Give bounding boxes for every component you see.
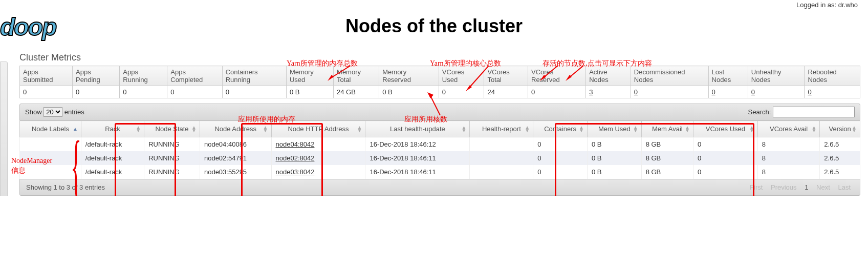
metrics-header: VCores Reserved xyxy=(528,66,586,86)
entries-select[interactable]: 20 xyxy=(44,107,62,117)
page-title: Nodes of the cluster xyxy=(0,15,868,37)
table-cell: /default-rack xyxy=(81,137,144,152)
table-cell: /default-rack xyxy=(81,151,144,165)
column-header[interactable]: Version▲▼ xyxy=(820,121,860,137)
table-cell: node04:8042 xyxy=(271,137,365,152)
nodes-table: Node Labels▲Rack▲▼Node State▲▼Node Addre… xyxy=(19,120,860,179)
metrics-link[interactable]: 0 xyxy=(712,88,715,96)
table-cell: node04:40086 xyxy=(200,137,271,152)
table-cell xyxy=(470,165,533,179)
table-controls: Show 20 entries Search: xyxy=(19,104,860,120)
metrics-value: 0 xyxy=(20,86,73,98)
metrics-header: Apps Submitted xyxy=(20,66,73,86)
metrics-value: 3 xyxy=(586,86,631,98)
metrics-value: 0 B xyxy=(379,86,439,98)
metrics-header: Unhealthy Nodes xyxy=(748,66,805,86)
table-footer: Showing 1 to 3 of 3 entries First Previo… xyxy=(19,179,860,196)
table-cell: 0 xyxy=(533,137,588,152)
column-header[interactable]: Mem Avail▲▼ xyxy=(641,121,693,137)
column-header[interactable]: Node Labels▲ xyxy=(20,121,81,137)
login-info: Logged in as: dr.who xyxy=(796,1,858,9)
table-row: /default-rackRUNNINGnode02:54791node02:8… xyxy=(20,151,860,165)
page-last[interactable]: Last xyxy=(838,183,851,191)
metrics-value: 0 xyxy=(439,86,484,98)
table-cell: node03:8042 xyxy=(271,165,365,179)
metrics-link[interactable]: 0 xyxy=(808,88,811,96)
node-http-link[interactable]: node02:8042 xyxy=(276,154,315,162)
metrics-value: 0 xyxy=(631,86,708,98)
metrics-link[interactable]: 0 xyxy=(634,88,638,96)
metrics-value: 0 xyxy=(528,86,586,98)
metrics-header: Rebooted Nodes xyxy=(805,66,860,86)
table-cell: 16-Dec-2018 18:46:11 xyxy=(365,165,470,179)
metrics-header: Memory Total xyxy=(334,66,379,86)
metrics-header: Apps Completed xyxy=(167,66,222,86)
metrics-value: 0 xyxy=(708,86,748,98)
metrics-link[interactable]: 0 xyxy=(751,88,755,96)
metrics-value: 24 GB xyxy=(334,86,379,98)
page-prev[interactable]: Previous xyxy=(771,183,797,191)
table-cell: 0 B xyxy=(587,137,641,152)
column-header[interactable]: Rack▲▼ xyxy=(81,121,144,137)
table-info: Showing 1 to 3 of 3 entries xyxy=(26,183,105,191)
table-cell xyxy=(20,137,81,152)
metrics-header: Active Nodes xyxy=(586,66,631,86)
table-cell: 16-Dec-2018 18:46:12 xyxy=(365,137,470,152)
table-cell: 8 GB xyxy=(641,165,693,179)
table-cell: 0 xyxy=(693,165,758,179)
metrics-header: VCores Total xyxy=(484,66,528,86)
table-cell xyxy=(470,151,533,165)
page-first[interactable]: First xyxy=(750,183,763,191)
column-header[interactable]: Node HTTP Address▲▼ xyxy=(271,121,365,137)
metrics-value: 0 xyxy=(167,86,222,98)
metrics-header: Memory Reserved xyxy=(379,66,439,86)
pagination: First Previous 1 Next Last xyxy=(747,183,854,191)
table-cell: 16-Dec-2018 18:46:11 xyxy=(365,151,470,165)
table-row: /default-rackRUNNINGnode03:55295node03:8… xyxy=(20,165,860,179)
metrics-header: Lost Nodes xyxy=(708,66,748,86)
table-cell: node03:55295 xyxy=(200,165,271,179)
cluster-metrics-heading: Cluster Metrics xyxy=(19,52,860,63)
search-input[interactable] xyxy=(773,107,855,117)
page-1[interactable]: 1 xyxy=(805,183,808,191)
metrics-value: 0 xyxy=(805,86,860,98)
table-cell: 8 xyxy=(757,137,819,152)
table-cell: 0 xyxy=(533,151,588,165)
cluster-metrics-table: Apps SubmittedApps PendingApps RunningAp… xyxy=(19,66,860,98)
column-header[interactable]: Containers▲▼ xyxy=(533,121,588,137)
table-row: /default-rackRUNNINGnode04:40086node04:8… xyxy=(20,137,860,152)
column-header[interactable]: VCores Used▲▼ xyxy=(693,121,758,137)
node-http-link[interactable]: node03:8042 xyxy=(276,168,315,176)
column-header[interactable]: Health-report▲▼ xyxy=(470,121,533,137)
column-header[interactable]: VCores Avail▲▼ xyxy=(757,121,819,137)
metrics-value: 0 xyxy=(120,86,167,98)
column-header[interactable]: Node State▲▼ xyxy=(144,121,200,137)
column-header[interactable]: Last health-update▲▼ xyxy=(365,121,470,137)
table-cell: RUNNING xyxy=(144,137,200,152)
table-cell xyxy=(470,137,533,152)
show-label: Show xyxy=(25,108,42,116)
metrics-value: 24 xyxy=(484,86,528,98)
metrics-header: Apps Running xyxy=(120,66,167,86)
table-cell: 0 B xyxy=(587,165,641,179)
node-http-link[interactable]: node04:8042 xyxy=(276,140,315,148)
table-cell xyxy=(20,151,81,165)
sidebar-collapsed[interactable] xyxy=(0,61,8,196)
table-cell: RUNNING xyxy=(144,151,200,165)
page-next[interactable]: Next xyxy=(816,183,830,191)
table-cell: node02:8042 xyxy=(271,151,365,165)
table-cell xyxy=(20,165,81,179)
metrics-value: 0 xyxy=(73,86,120,98)
metrics-header: Memory Used xyxy=(286,66,333,86)
metrics-link[interactable]: 3 xyxy=(589,88,593,96)
column-header[interactable]: Node Address▲▼ xyxy=(200,121,271,137)
column-header[interactable]: Mem Used▲▼ xyxy=(587,121,641,137)
table-cell: 8 GB xyxy=(641,151,693,165)
table-cell: 0 xyxy=(693,151,758,165)
metrics-header: Containers Running xyxy=(222,66,286,86)
table-cell: 0 xyxy=(533,165,588,179)
table-cell: 8 xyxy=(757,165,819,179)
table-cell: node02:54791 xyxy=(200,151,271,165)
metrics-value: 0 B xyxy=(286,86,333,98)
metrics-header: Decommissioned Nodes xyxy=(631,66,708,86)
